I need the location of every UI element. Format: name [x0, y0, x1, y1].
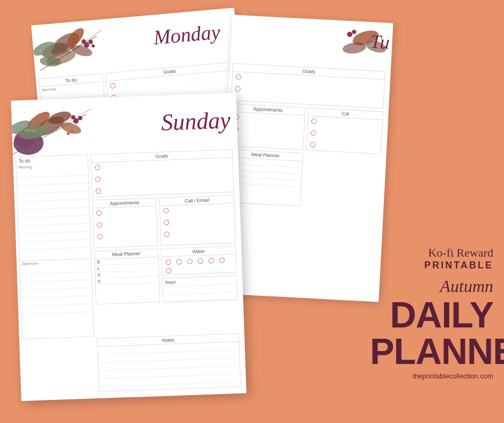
water-circle-4 — [198, 258, 203, 264]
sunday-meal-section: Meal Planner B L D S — [94, 249, 160, 304]
sunday-goals-section: Goals — [91, 149, 234, 197]
water-circle-5 — [209, 258, 214, 263]
tue-call-section: Cal — [306, 107, 383, 154]
sunday-title: Sunday — [161, 106, 231, 136]
printable-text: PRINTABLE — [370, 260, 493, 271]
tuesday-title: Tu — [369, 30, 390, 54]
sunday-goal-1 — [95, 165, 100, 170]
goal-circle-1 — [110, 83, 116, 89]
sunday-goal-3 — [95, 188, 101, 194]
tue-call-1 — [311, 118, 317, 124]
svg-point-16 — [347, 32, 353, 38]
sunday-notes-section: Notes — [97, 333, 241, 392]
tue-goal-2 — [235, 86, 241, 92]
sunday-steps-section: Steps — [162, 275, 238, 302]
page-sunday: Sunday To do Morning Afternoon Goals App… — [11, 93, 246, 401]
sunday-call-2 — [164, 220, 169, 225]
tue-call-3 — [310, 142, 316, 148]
water-circle-6 — [219, 258, 225, 263]
website-text: theprintablecollection.com — [370, 372, 493, 380]
tue-call-2 — [310, 130, 316, 136]
sunday-call-email-section: Call / Email — [159, 195, 236, 246]
sunday-appointments-section: Appointments — [92, 198, 158, 248]
sunday-appt-1 — [97, 210, 102, 216]
tue-goals-section: Goals — [231, 63, 385, 109]
main-container: Monday To do Morning Goals — [0, 0, 504, 423]
sunday-call-1 — [164, 208, 169, 213]
water-circle-7 — [166, 268, 171, 273]
tue-appointments-section: Appointments — [228, 104, 306, 150]
sunday-appt-3 — [97, 234, 102, 239]
water-circle-3 — [187, 259, 192, 264]
kofi-reward-text: Ko-fi Reward — [370, 246, 493, 260]
sunday-water-section: Water — [161, 246, 237, 275]
tue-goal-1 — [236, 74, 242, 80]
page-tuesday: Tu Goals Appointments Cal Meal Planner B… — [218, 15, 394, 302]
floral-sunday — [11, 98, 99, 157]
daily-text: DAILY — [370, 296, 493, 333]
water-circle-2 — [176, 259, 182, 265]
water-tracker — [162, 254, 236, 276]
sunday-goal-2 — [95, 177, 100, 182]
water-circle-1 — [166, 259, 171, 265]
planner-text: PLANNER — [370, 333, 493, 369]
sunday-todo-section: To do Morning Afternoon — [16, 155, 94, 340]
floral-monday — [31, 17, 131, 74]
sunday-appt-2 — [97, 222, 102, 228]
svg-point-10 — [92, 44, 95, 48]
monday-title: Monday — [152, 19, 232, 49]
promo-section: Ko-fi Reward PRINTABLE Autumn DAILY PLAN… — [370, 246, 493, 380]
svg-point-17 — [352, 30, 356, 34]
sunday-call-3 — [164, 231, 169, 237]
autumn-text: Autumn — [370, 276, 493, 296]
